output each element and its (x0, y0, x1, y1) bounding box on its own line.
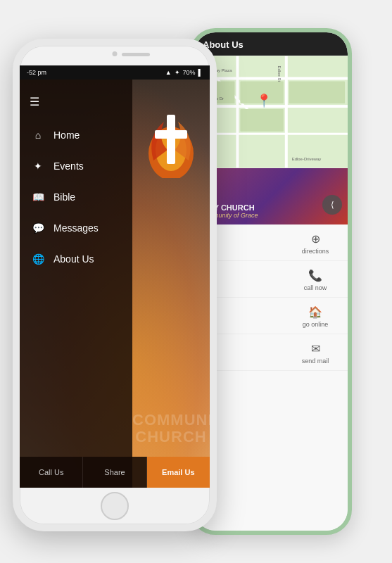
church-name-church: CHURCH (132, 429, 210, 445)
share-button[interactable]: ⟨ (322, 195, 342, 215)
pb-church-subtitle: community of Grace (201, 212, 341, 219)
map-block: Greenway Plaza City Club Dr Norfolk St E… (194, 56, 348, 168)
home-button[interactable] (101, 492, 129, 520)
send-mail-action[interactable]: ✉ send mail (194, 334, 348, 371)
church-name-community: COMMUNITY (132, 412, 210, 429)
sidebar-home-label: Home (53, 129, 80, 141)
sidebar-item-home[interactable]: ⌂ Home (20, 120, 132, 151)
status-time: -52 pm (27, 69, 46, 76)
sidebar-messages-label: Messages (53, 222, 99, 234)
pf-bottom-bar: Call Us Share Email Us (20, 457, 210, 488)
status-indicators: ▲ ✦ 70% ▌ (165, 69, 203, 76)
directions-label: directions (298, 248, 333, 255)
svg-text:📍: 📍 (256, 93, 272, 108)
sidebar-bible-label: Bible (53, 191, 75, 203)
front-camera (113, 51, 118, 56)
go-online-icon: 🏠 (307, 304, 324, 321)
messages-icon: 💬 (31, 221, 45, 235)
pf-screen: -52 pm ▲ ✦ 70% ▌ (20, 65, 210, 488)
share-button[interactable]: Share (83, 457, 146, 488)
sidebar-item-bible[interactable]: 📖 Bible (20, 182, 132, 213)
phone-back-screen: About Us (194, 32, 348, 531)
pb-header: About Us (194, 32, 348, 56)
svg-rect-4 (236, 56, 239, 168)
church-watermark-text: COMMUNITY CHURCH (132, 412, 210, 445)
sidebar-item-messages[interactable]: 💬 Messages (20, 213, 132, 243)
svg-rect-3 (194, 133, 348, 135)
directions-icon: ⊕ (307, 231, 324, 248)
hamburger-menu[interactable]: ☰ (20, 89, 132, 120)
pf-top-bar (20, 46, 210, 65)
directions-action[interactable]: ⊕ directions (194, 224, 348, 261)
sidebar-item-about-us[interactable]: 🌐 About Us (20, 243, 132, 274)
bible-icon: 📖 (31, 190, 45, 204)
sidebar-about-label: About Us (53, 253, 94, 265)
go-online-action[interactable]: 🏠 go online (194, 298, 348, 334)
events-icon: ✦ (31, 159, 45, 173)
church-logo (139, 101, 203, 178)
pb-church-card: NITY CHURCH community of Grace ⟨ (194, 168, 348, 224)
email-us-label: Email Us (162, 468, 194, 476)
svg-rect-10 (289, 81, 345, 103)
battery-level: 70% (183, 69, 196, 76)
pf-content: COMMUNITY CHURCH ☰ ⌂ Home ✦ Events 📖 Bib… (20, 80, 210, 488)
pb-actions: ⊕ directions 📞 call now 🏠 go online ✉ (194, 224, 348, 531)
pb-church-name: NITY CHURCH (201, 203, 341, 212)
signal-icon: ▲ (165, 69, 172, 76)
svg-rect-22 (155, 130, 187, 139)
call-us-button[interactable]: Call Us (20, 457, 83, 488)
about-us-icon: 🌐 (31, 252, 45, 266)
pf-sidebar: ☰ ⌂ Home ✦ Events 📖 Bible 💬 Messages (20, 80, 132, 488)
svg-rect-8 (240, 109, 283, 132)
pb-church-img: NITY CHURCH community of Grace (194, 168, 348, 224)
speaker (122, 53, 150, 56)
bluetooth-icon: ✦ (175, 69, 180, 76)
svg-rect-5 (285, 56, 288, 168)
sidebar-item-events[interactable]: ✦ Events (20, 151, 132, 182)
svg-text:Edloe-Driveway: Edloe-Driveway (292, 157, 322, 161)
battery-icon: ▌ (198, 69, 203, 76)
pb-map: Greenway Plaza City Club Dr Norfolk St E… (194, 56, 348, 168)
svg-text:Edloe St: Edloe St (277, 66, 282, 82)
phone-front: -52 pm ▲ ✦ 70% ▌ (13, 39, 217, 531)
email-us-button[interactable]: Email Us (147, 457, 210, 488)
go-online-label: go online (298, 321, 333, 328)
home-icon: ⌂ (31, 128, 45, 142)
call-icon: 📞 (307, 267, 324, 284)
share-label: Share (104, 468, 125, 476)
status-bar: -52 pm ▲ ✦ 70% ▌ (20, 65, 210, 80)
call-label: call now (298, 284, 333, 291)
call-action[interactable]: 📞 call now (194, 261, 348, 298)
svg-rect-21 (167, 115, 175, 164)
sidebar-events-label: Events (53, 160, 84, 172)
call-us-label: Call Us (39, 468, 63, 476)
send-mail-label: send mail (298, 358, 333, 365)
send-mail-icon: ✉ (307, 341, 324, 358)
